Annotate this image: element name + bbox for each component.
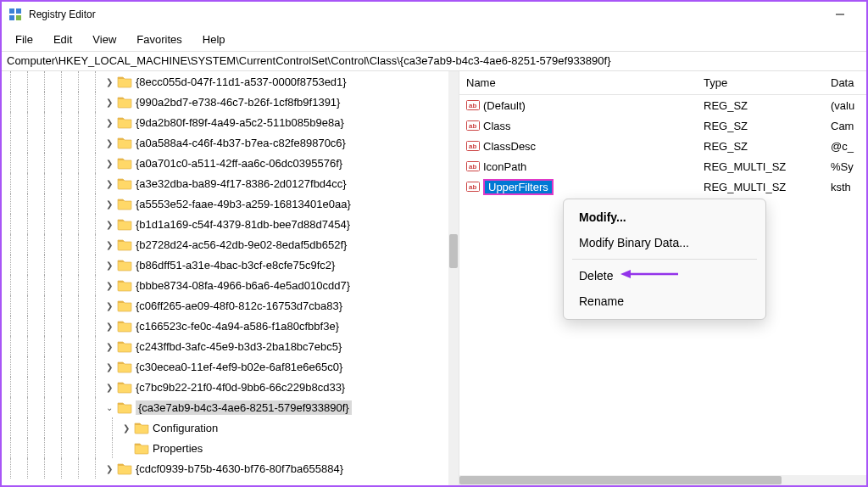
minimize-button[interactable]	[821, 2, 860, 27]
tree-label: {c166523c-fe0c-4a94-a586-f1a80cfbbf3e}	[136, 320, 339, 333]
expand-chevron[interactable]: ❯	[103, 77, 115, 87]
tree-node[interactable]: ❯{c243ffbd-3afc-45e9-b3d3-2ba18bc7ebc5}	[2, 336, 448, 356]
svg-text:ab: ab	[469, 183, 476, 191]
tree-node[interactable]: ❯{a3e32dba-ba89-4f17-8386-2d0127fbd4cc}	[2, 173, 448, 193]
context-menu-modify-binary-data[interactable]: Modify Binary Data...	[564, 230, 765, 255]
value-type: REG_MULTI_SZ	[697, 181, 824, 193]
expand-chevron[interactable]: ❯	[103, 138, 115, 148]
tree-node[interactable]: ❯{b2728d24-ac56-42db-9e02-8edaf5db652f}	[2, 234, 448, 255]
tree-label: {b86dff51-a31e-4bac-b3cf-e8cfe75c9fc2}	[136, 259, 335, 271]
tree-node[interactable]: ❯{a0a588a4-c46f-4b37-b7ea-c82fe89870c6}	[2, 132, 448, 153]
value-data: %Sy	[824, 160, 866, 173]
menu-favorites[interactable]: Favorites	[128, 30, 190, 49]
tree-label: {cdcf0939-b75b-4630-bf76-80f7ba655884}	[136, 462, 343, 475]
value-row[interactable]: abClassREG_SZCam	[459, 115, 866, 136]
expand-chevron[interactable]: ❯	[103, 322, 115, 331]
svg-text:ab: ab	[469, 163, 476, 171]
tree-scrollbar[interactable]	[448, 71, 459, 485]
column-data[interactable]: Data	[824, 76, 866, 89]
scrollbar-thumb[interactable]	[449, 234, 458, 268]
svg-rect-3	[16, 15, 21, 20]
tree-node[interactable]: ❯{9da2b80f-f89f-4a49-a5c2-511b085b9e8a}	[2, 112, 448, 132]
context-menu-rename[interactable]: Rename	[564, 288, 765, 314]
svg-rect-0	[9, 8, 14, 14]
tree-label: {ca3e7ab9-b4c3-4ae6-8251-579ef933890f}	[136, 400, 352, 415]
value-row[interactable]: abClassDescREG_SZ@c_	[459, 136, 866, 156]
expand-chevron[interactable]: ❯	[120, 423, 132, 433]
tree-label: {b1d1a169-c54f-4379-81db-bee7d88d7454}	[136, 218, 350, 231]
menu-file[interactable]: File	[7, 30, 42, 49]
tree-label: Configuration	[153, 422, 218, 434]
value-row[interactable]: ab(Default)REG_SZ(valu	[459, 95, 866, 115]
value-name: Class	[483, 120, 511, 132]
tree-label: {a5553e52-faae-49b3-a259-16813401e0aa}	[136, 198, 351, 210]
tree-node[interactable]: ❯{cdcf0939-b75b-4630-bf76-80f7ba655884}	[2, 458, 448, 479]
context-menu: Modify...Modify Binary Data...DeleteRena…	[563, 199, 766, 320]
value-type: REG_SZ	[697, 99, 824, 112]
expand-chevron[interactable]: ❯	[103, 179, 115, 188]
tree-node[interactable]: ❯{c166523c-fe0c-4a94-a586-f1a80cfbbf3e}	[2, 316, 448, 336]
column-name[interactable]: Name	[459, 76, 697, 89]
address-bar[interactable]: Computer\HKEY_LOCAL_MACHINE\SYSTEM\Curre…	[2, 51, 866, 71]
menu-view[interactable]: View	[84, 30, 125, 49]
tree-node[interactable]: ❯{a5553e52-faae-49b3-a259-16813401e0aa}	[2, 193, 448, 214]
column-type[interactable]: Type	[697, 76, 824, 89]
tree-node[interactable]: Properties	[2, 438, 448, 458]
value-data: (valu	[824, 99, 866, 112]
tree-node[interactable]: ⌄{ca3e7ab9-b4c3-4ae6-8251-579ef933890f}	[2, 397, 448, 417]
value-row[interactable]: abIconPathREG_MULTI_SZ%Sy	[459, 156, 866, 176]
menubar: FileEditViewFavoritesHelp	[2, 27, 866, 51]
expand-chevron[interactable]: ❯	[103, 260, 115, 270]
value-row[interactable]: abUpperFiltersREG_MULTI_SZksth	[459, 176, 866, 197]
expand-chevron[interactable]: ❯	[103, 240, 115, 249]
list-header: Name Type Data	[459, 71, 866, 95]
tree-node[interactable]: ❯{c30ecea0-11ef-4ef9-b02e-6af81e6e65c0}	[2, 356, 448, 377]
tree-label: {8ecc055d-047f-11d1-a537-0000f8753ed1}	[136, 76, 347, 88]
svg-text:ab: ab	[469, 143, 476, 150]
value-type: REG_SZ	[697, 120, 824, 132]
values-hscrollbar[interactable]	[459, 475, 866, 485]
context-menu-separator	[572, 259, 757, 260]
hscrollbar-thumb[interactable]	[459, 476, 782, 484]
window-title: Registry Editor	[29, 8, 821, 20]
value-data: @c_	[824, 140, 866, 153]
tree-label: {a0a701c0-a511-42ff-aa6c-06dc0395576f}	[136, 157, 342, 170]
tree-node[interactable]: ❯{b1d1a169-c54f-4379-81db-bee7d88d7454}	[2, 214, 448, 234]
tree-node[interactable]: ❯{990a2bd7-e738-46c7-b26f-1cf8fb9f1391}	[2, 92, 448, 112]
expand-chevron[interactable]: ❯	[103, 199, 115, 209]
tree-label: {9da2b80f-f89f-4a49-a5c2-511b085b9e8a}	[136, 116, 344, 129]
value-name: IconPath	[483, 160, 526, 173]
tree-node[interactable]: ❯{c7bc9b22-21f0-4f0d-9bb6-66c229b8cd33}	[2, 377, 448, 397]
expand-chevron[interactable]: ❯	[103, 464, 115, 473]
expand-chevron[interactable]: ❯	[103, 281, 115, 290]
tree-label: {990a2bd7-e738-46c7-b26f-1cf8fb9f1391}	[136, 96, 340, 109]
value-type: REG_MULTI_SZ	[697, 160, 824, 173]
expand-chevron[interactable]: ❯	[103, 98, 115, 107]
app-icon	[8, 8, 22, 21]
value-data: ksth	[824, 181, 866, 193]
tree-pane: ❯{8ecc055d-047f-11d1-a537-0000f8753ed1}❯…	[2, 71, 459, 485]
tree-label: {bbbe8734-08fa-4966-b6a6-4e5ad010cdd7}	[136, 279, 350, 292]
tree-label: {c7bc9b22-21f0-4f0d-9bb6-66c229b8cd33}	[136, 381, 345, 394]
svg-rect-2	[9, 15, 14, 20]
expand-chevron[interactable]: ⌄	[103, 403, 115, 412]
context-menu-modify[interactable]: Modify...	[564, 204, 765, 230]
expand-chevron[interactable]: ❯	[103, 118, 115, 127]
expand-chevron[interactable]: ❯	[103, 301, 115, 311]
menu-edit[interactable]: Edit	[45, 30, 81, 49]
svg-text:ab: ab	[469, 102, 476, 109]
value-type: REG_SZ	[697, 140, 824, 153]
tree-node[interactable]: ❯{c06ff265-ae09-48f0-812c-16753d7cba83}	[2, 295, 448, 316]
tree-node[interactable]: ❯{b86dff51-a31e-4bac-b3cf-e8cfe75c9fc2}	[2, 255, 448, 275]
tree-node[interactable]: ❯{a0a701c0-a511-42ff-aa6c-06dc0395576f}	[2, 153, 448, 173]
titlebar: Registry Editor	[2, 2, 866, 27]
menu-help[interactable]: Help	[194, 30, 234, 49]
expand-chevron[interactable]: ❯	[103, 383, 115, 392]
expand-chevron[interactable]: ❯	[103, 220, 115, 229]
expand-chevron[interactable]: ❯	[103, 342, 115, 351]
tree-node[interactable]: ❯{bbbe8734-08fa-4966-b6a6-4e5ad010cdd7}	[2, 275, 448, 295]
tree-node[interactable]: ❯Configuration	[2, 417, 448, 438]
tree-node[interactable]: ❯{8ecc055d-047f-11d1-a537-0000f8753ed1}	[2, 71, 448, 92]
expand-chevron[interactable]: ❯	[103, 159, 115, 168]
expand-chevron[interactable]: ❯	[103, 362, 115, 372]
